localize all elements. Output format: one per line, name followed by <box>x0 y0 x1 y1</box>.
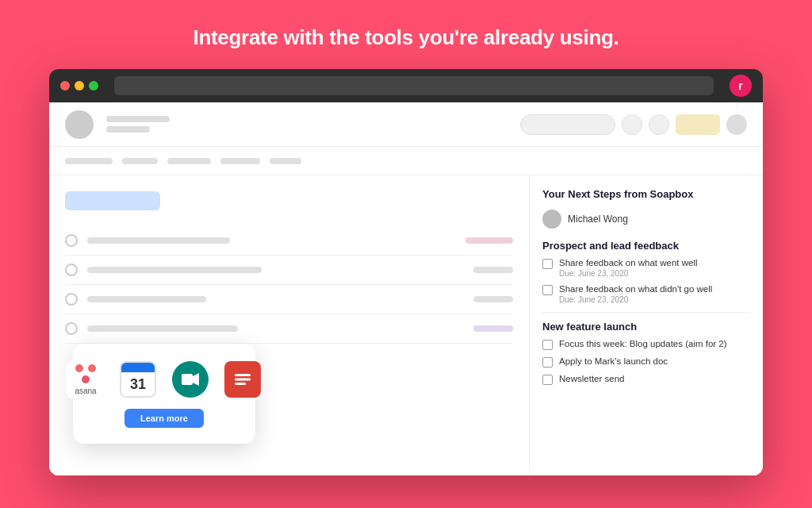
task-text-5: Newsletter send <box>559 374 624 383</box>
nav-btn-1[interactable] <box>622 114 642 135</box>
nav-avatar-sm <box>726 114 747 135</box>
todoist-svg <box>231 368 255 391</box>
content-header-block <box>65 191 160 210</box>
nav-avatar <box>65 110 94 139</box>
section-title-2: New feature launch <box>542 321 750 333</box>
task-checkbox-4[interactable] <box>542 357 553 368</box>
task-line-4 <box>87 325 238 332</box>
task-right-3 <box>473 296 513 302</box>
task-radio-4[interactable] <box>65 322 78 335</box>
soapbox-panel-title: Your Next Steps from Soapbox <box>542 188 750 200</box>
task-label-3: Focus this week: Blog updates (aim for 2… <box>559 339 727 348</box>
gmeet-visual <box>172 361 209 398</box>
google-calendar-icon: 31 <box>118 360 158 399</box>
asana-dot-bottom <box>82 375 90 383</box>
asana-label: asana <box>75 387 96 395</box>
task-row-2 <box>65 256 513 285</box>
soapbox-task-5: Newsletter send <box>542 374 750 385</box>
integrations-card: asana 31 <box>73 344 255 444</box>
learn-more-button[interactable]: Learn more <box>124 409 204 428</box>
task-checkbox-3[interactable] <box>542 340 553 350</box>
soapbox-task-4: Apply to Mark's launch doc <box>542 356 750 368</box>
subnav-item-2[interactable] <box>122 158 158 164</box>
nav-line-2 <box>106 126 150 133</box>
task-line-1 <box>87 237 230 244</box>
task-radio-1[interactable] <box>65 234 78 247</box>
browser-window: r <box>49 69 763 475</box>
soapbox-panel: Your Next Steps from Soapbox Michael Won… <box>529 175 763 475</box>
nav-search-bar[interactable] <box>520 114 615 135</box>
address-bar[interactable] <box>114 76 714 95</box>
task-text-2: Share feedback on what didn't go well Du… <box>559 284 712 304</box>
soapbox-task-3: Focus this week: Blog updates (aim for 2… <box>542 339 750 350</box>
svg-rect-2 <box>235 374 251 376</box>
nav-line-1 <box>106 116 170 122</box>
task-row-4 <box>65 314 513 344</box>
traffic-light-yellow[interactable] <box>75 81 84 90</box>
task-line-2 <box>87 267 262 273</box>
section-title-1: Prospect and lead feedback <box>542 240 750 252</box>
left-panel: asana 31 <box>49 175 529 475</box>
svg-marker-1 <box>193 373 199 386</box>
asana-icon: asana <box>66 360 105 399</box>
browser-chrome: r <box>49 69 763 102</box>
svg-rect-4 <box>235 383 246 385</box>
subnav-item-5[interactable] <box>270 158 301 164</box>
svg-rect-3 <box>235 379 251 381</box>
integrations-icons: asana 31 <box>66 360 262 399</box>
task-row <box>65 226 513 256</box>
task-radio-2[interactable] <box>65 264 78 276</box>
todoist-icon <box>223 360 262 399</box>
nav-right <box>520 114 747 135</box>
task-due-1: Due: June 23, 2020 <box>559 269 698 278</box>
task-right-4 <box>473 325 513 332</box>
task-row-3 <box>65 285 513 314</box>
subnav-item-4[interactable] <box>220 158 260 164</box>
task-right-1 <box>465 237 513 244</box>
task-label-1: Share feedback on what went well <box>559 258 698 267</box>
soapbox-task-1: Share feedback on what went well Due: Ju… <box>542 258 750 278</box>
soapbox-user: Michael Wong <box>542 210 750 229</box>
task-text-4: Apply to Mark's launch doc <box>559 356 668 366</box>
nav-btn-2[interactable] <box>649 114 669 135</box>
browser-favicon: r <box>730 75 752 97</box>
task-checkbox-2[interactable] <box>542 285 553 295</box>
task-line-3 <box>87 296 206 302</box>
app-subnav <box>49 147 763 175</box>
task-label-5: Newsletter send <box>559 374 624 383</box>
task-checkbox-1[interactable] <box>542 259 553 269</box>
section-divider <box>542 312 750 313</box>
asana-logo <box>75 364 96 383</box>
nav-yellow-button[interactable] <box>676 114 720 135</box>
app-main: asana 31 <box>49 175 763 475</box>
traffic-light-red[interactable] <box>60 81 70 90</box>
traffic-lights <box>60 81 98 90</box>
user-name: Michael Wong <box>568 214 628 225</box>
subnav-item-1[interactable] <box>65 158 113 164</box>
task-radio-3[interactable] <box>65 293 78 306</box>
task-label-4: Apply to Mark's launch doc <box>559 356 668 366</box>
traffic-light-green[interactable] <box>89 81 98 90</box>
svg-rect-0 <box>182 374 193 385</box>
gcal-header <box>121 363 155 372</box>
soapbox-task-2: Share feedback on what didn't go well Du… <box>542 284 750 304</box>
meet-svg <box>178 368 202 391</box>
task-label-2: Share feedback on what didn't go well <box>559 284 712 294</box>
task-checkbox-5[interactable] <box>542 375 553 385</box>
page-title: Integrate with the tools you're already … <box>177 0 634 69</box>
google-meet-icon <box>170 360 210 399</box>
subnav-item-3[interactable] <box>167 158 211 164</box>
task-text-1: Share feedback on what went well Due: Ju… <box>559 258 698 278</box>
user-avatar <box>542 210 561 229</box>
app-navbar <box>49 102 763 147</box>
todoist-visual <box>224 361 261 398</box>
task-text-3: Focus this week: Blog updates (aim for 2… <box>559 339 727 348</box>
task-right-2 <box>473 267 513 273</box>
nav-text-lines <box>106 116 170 133</box>
browser-content: asana 31 <box>49 102 763 475</box>
gcal-number: 31 <box>121 372 155 396</box>
asana-dot-left <box>75 364 83 372</box>
task-due-2: Due: June 23, 2020 <box>559 295 712 304</box>
asana-dot-right <box>88 364 96 372</box>
gcal-visual: 31 <box>120 361 156 398</box>
